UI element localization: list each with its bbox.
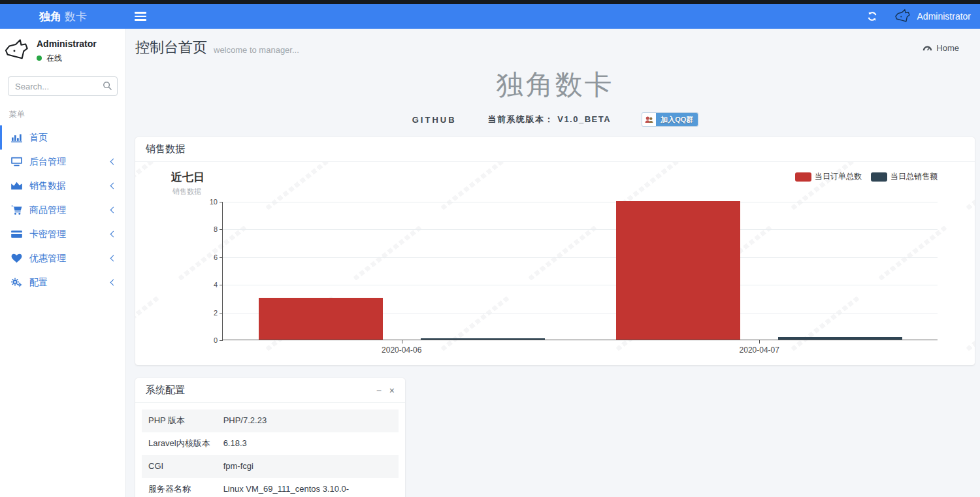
- y-axis-label: 10: [195, 198, 218, 206]
- chart-bar-icon: [10, 133, 23, 142]
- sidebar-user-name[interactable]: Administrator: [37, 39, 97, 49]
- chevron-left-icon: [110, 255, 117, 262]
- cogs-icon: [10, 278, 23, 287]
- config-label: CGI: [142, 455, 217, 478]
- sales-data-card: 销售数据 近七日 销售数据 当日订单总数当日总销售额 02468102020-0…: [135, 137, 975, 365]
- legend-label: 当日订单总数: [815, 171, 862, 182]
- sidebar-item-admin[interactable]: 后台管理: [0, 150, 125, 174]
- watermark-streak: [966, 296, 975, 351]
- chart-subtitle: 销售数据: [172, 187, 201, 197]
- config-value: PHP/7.2.23: [217, 409, 399, 432]
- shopping-cart-icon: [10, 205, 23, 215]
- sidebar-item-sales[interactable]: 销售数据: [0, 174, 125, 198]
- chevron-left-icon: [110, 159, 117, 165]
- chart-gridline: [223, 202, 938, 202]
- sidebar-search-input[interactable]: [8, 76, 118, 96]
- legend-swatch: [795, 172, 811, 182]
- sidebar-item-coupons[interactable]: 优惠管理: [0, 246, 125, 270]
- bar-orders-2020-04-06[interactable]: [259, 298, 383, 340]
- y-axis-tick: [220, 313, 223, 313]
- sales-card-title: 销售数据: [146, 143, 185, 155]
- sidebar-item-goods[interactable]: 商品管理: [0, 198, 125, 222]
- sidebar-item-cards[interactable]: 卡密管理: [0, 222, 125, 246]
- x-axis-label: 2020-04-06: [363, 345, 441, 355]
- watermark-streak: [135, 162, 159, 210]
- config-value: Linux VM_69_111_centos 3.10.0-1062.1.2.e…: [217, 478, 399, 497]
- online-status-label: 在线: [46, 53, 62, 64]
- system-card-title: 系统配置: [146, 384, 185, 396]
- qq-group-icon: [642, 113, 656, 126]
- chevron-left-icon: [110, 207, 117, 214]
- x-axis-tick: [759, 340, 760, 344]
- unicorn-logo-icon: [4, 37, 31, 65]
- legend-item[interactable]: 当日订单总数: [795, 171, 862, 182]
- legend-swatch: [871, 172, 887, 182]
- unicorn-icon: [894, 8, 912, 25]
- brand-light-text: 数卡: [65, 10, 87, 23]
- y-axis-tick: [220, 257, 223, 258]
- sidebar-item-label: 配置: [29, 277, 48, 289]
- chart-gridline: [223, 257, 938, 258]
- bar-orders-2020-04-07[interactable]: [616, 201, 740, 340]
- close-icon[interactable]: ×: [389, 386, 395, 395]
- chart-legend: 当日订单总数当日总销售额: [795, 171, 938, 182]
- config-row: CGIfpm-fcgi: [142, 455, 399, 478]
- sidebar-item-home[interactable]: 首页: [0, 125, 125, 150]
- github-link[interactable]: GITHUB: [412, 115, 457, 125]
- bar-sales-2020-04-07[interactable]: [778, 337, 902, 340]
- legend-item[interactable]: 当日总销售额: [871, 171, 938, 182]
- minimize-icon[interactable]: −: [376, 386, 382, 395]
- sidebar-item-label: 优惠管理: [29, 253, 66, 265]
- online-status-dot: [37, 56, 42, 61]
- sidebar-item-label: 商品管理: [29, 204, 66, 216]
- bar-sales-2020-04-06[interactable]: [421, 338, 545, 340]
- credit-card-icon: [10, 229, 23, 239]
- navbar-user-menu[interactable]: Administrator: [894, 8, 971, 25]
- join-qq-label: 加入QQ群: [656, 113, 698, 126]
- config-value: 6.18.3: [217, 432, 399, 455]
- chevron-left-icon: [110, 280, 117, 286]
- breadcrumb[interactable]: Home: [923, 43, 959, 53]
- system-version-text: 当前系统版本： V1.0_BETA: [488, 114, 612, 125]
- brand-logo[interactable]: 独角数卡: [0, 9, 126, 24]
- main-content: 控制台首页 welcome to manager... Home 独角数卡 GI…: [126, 29, 980, 497]
- watermark-streak: [135, 296, 159, 351]
- y-axis-tick: [220, 285, 223, 285]
- sidebar-item-label: 首页: [29, 132, 48, 144]
- sidebar-user-panel: Administrator 在线: [0, 29, 125, 72]
- config-row: PHP 版本PHP/7.2.23: [142, 409, 399, 432]
- chart-gridline: [223, 285, 938, 285]
- y-axis-label: 0: [195, 336, 218, 344]
- y-axis-tick: [220, 202, 223, 202]
- system-config-card: 系统配置 − × PHP 版本PHP/7.2.23Laravel内核版本6.18…: [135, 378, 405, 497]
- x-axis-label: 2020-04-07: [720, 345, 798, 355]
- hero-title: 独角数卡: [135, 67, 975, 103]
- legend-label: 当日总销售额: [890, 171, 938, 182]
- bar-chart-plot: 02468102020-04-062020-04-07: [222, 202, 938, 340]
- y-axis-tick: [220, 340, 223, 341]
- brand-bold-text: 独角: [39, 10, 61, 23]
- y-axis-label: 2: [195, 309, 218, 317]
- chart-gridline: [223, 229, 938, 230]
- sidebar-section-label: 菜单: [9, 109, 116, 120]
- x-axis-tick: [402, 340, 402, 344]
- y-axis-label: 8: [195, 225, 218, 233]
- watermark-streak: [966, 162, 975, 210]
- config-row: 服务器名称Linux VM_69_111_centos 3.10.0-1062.…: [142, 478, 399, 497]
- config-label: PHP 版本: [142, 409, 217, 432]
- sidebar-item-config[interactable]: 配置: [0, 270, 125, 295]
- system-config-table: PHP 版本PHP/7.2.23Laravel内核版本6.18.3CGIfpm-…: [142, 409, 399, 497]
- config-row: Laravel内核版本6.18.3: [142, 432, 399, 455]
- search-icon[interactable]: [103, 81, 112, 93]
- page-subtitle: welcome to manager...: [214, 45, 299, 55]
- sidebar-nav: 首页后台管理销售数据商品管理卡密管理优惠管理配置: [0, 125, 125, 295]
- hamburger-menu-icon[interactable]: [135, 10, 146, 23]
- join-qq-group-button[interactable]: 加入QQ群: [642, 113, 698, 126]
- breadcrumb-home-label: Home: [936, 43, 959, 53]
- y-axis-label: 4: [195, 281, 218, 289]
- y-axis-label: 6: [195, 253, 218, 261]
- refresh-icon[interactable]: [867, 11, 877, 22]
- chart-area-icon: [10, 181, 23, 191]
- sidebar: Administrator 在线 菜单 首页后台管理销售数据商品管理卡密管理优惠…: [0, 29, 126, 497]
- config-label: 服务器名称: [142, 478, 217, 497]
